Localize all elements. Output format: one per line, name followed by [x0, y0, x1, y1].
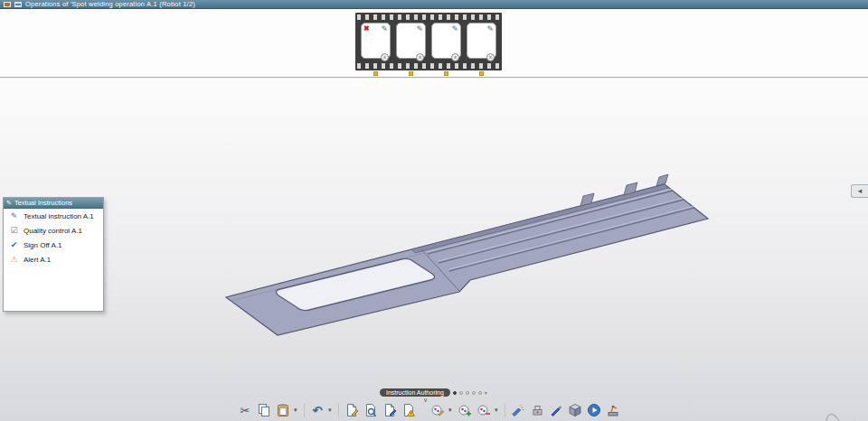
robot-tool-button[interactable]	[605, 402, 621, 418]
undo-dropdown-icon[interactable]: ▾	[328, 407, 334, 414]
toolbar-page-dot[interactable]	[478, 391, 482, 395]
undo-button[interactable]: ↶	[309, 402, 326, 418]
edit-icon: ✎	[486, 24, 494, 33]
instruction-alert-button[interactable]	[401, 402, 417, 418]
filmstrip-sprockets	[357, 14, 500, 20]
panel-item-textual-instruction[interactable]: ✎ Textual instruction A.1	[4, 209, 103, 223]
panel-item-label: Alert A.1	[24, 256, 51, 264]
application-window: Operations of 'Spot welding operation A.…	[0, 0, 868, 421]
weld-point-edit-button[interactable]	[429, 402, 446, 418]
right-edge-collapse-tab[interactable]: ◂	[851, 184, 868, 198]
remove-frame-button[interactable]: x	[486, 53, 495, 61]
view-manipulator-compass[interactable]	[807, 409, 863, 421]
window-icon	[4, 2, 11, 7]
textual-instructions-panel: ✎ Textual Instructions ✎ Textual instruc…	[3, 197, 104, 312]
weld-point-add-button[interactable]	[457, 402, 473, 418]
quality-control-icon: ☑	[9, 226, 19, 235]
remove-frame-button[interactable]: x	[416, 53, 424, 61]
frame-marker	[479, 71, 484, 76]
panel-title: Operations of 'Spot welding operation A.…	[25, 0, 195, 8]
3d-viewport[interactable]	[0, 79, 868, 421]
edit-icon: ✎	[381, 24, 388, 33]
cube-view-button[interactable]	[567, 402, 583, 418]
copy-button[interactable]	[256, 402, 272, 418]
toolbar-separator	[304, 404, 305, 417]
toolbar-section-label[interactable]: Instruction Authoring	[380, 388, 450, 397]
remove-frame-button[interactable]: x	[381, 53, 389, 61]
toolbar-page-dot[interactable]	[453, 391, 457, 395]
alert-icon: ⚠	[9, 255, 19, 264]
filmstrip-sprockets	[357, 63, 500, 69]
edit-icon: ✎	[416, 24, 423, 33]
panel-item-alert[interactable]: ⚠ Alert A.1	[4, 252, 103, 267]
toolbar-page-dot[interactable]	[466, 391, 469, 395]
weld-point-remove-button[interactable]	[476, 402, 492, 418]
spray-tool-button[interactable]	[510, 402, 526, 418]
edit-icon: ✎	[451, 24, 458, 33]
cut-button[interactable]: ✂	[237, 402, 253, 418]
toolbar-separator	[338, 404, 339, 417]
toolbar-section-bar: Instruction Authoring ▾	[380, 388, 487, 397]
operations-dock: ✖ ✎ ✎ ✎ ✎ x x x x	[0, 9, 868, 78]
sign-off-icon: ✔	[9, 240, 19, 249]
stamp-tool-button[interactable]	[529, 402, 545, 418]
paste-dropdown-icon[interactable]: ▾	[294, 407, 299, 414]
pen-tool-button[interactable]	[548, 402, 564, 418]
toolbar-page-dot[interactable]	[472, 391, 476, 395]
textual-instructions-icon: ✎	[6, 200, 12, 207]
panel-item-quality-control[interactable]: ☑ Quality control A.1	[4, 223, 103, 238]
panel-header[interactable]: ✎ Textual Instructions	[4, 198, 103, 209]
panel-item-sign-off[interactable]: ✔ Sign Off A.1	[4, 238, 103, 252]
operations-list-icon	[14, 2, 22, 7]
annotate-instruction-button[interactable]	[382, 402, 398, 418]
play-simulation-button[interactable]	[586, 402, 602, 418]
paste-button[interactable]	[275, 402, 291, 418]
weld-point-dropdown-icon[interactable]: ▾	[495, 407, 500, 414]
frame-marker	[373, 71, 378, 76]
more-sections-icon[interactable]: ▾	[485, 389, 487, 396]
textual-instruction-icon: ✎	[9, 211, 19, 220]
frame-marker	[409, 71, 413, 76]
panel-item-label: Quality control A.1	[24, 227, 82, 235]
toolbar-separator	[505, 404, 505, 417]
view-instruction-button[interactable]	[363, 402, 379, 418]
panel-title-bar[interactable]: Operations of 'Spot welding operation A.…	[0, 0, 868, 9]
panel-header-title: Textual Instructions	[14, 199, 72, 207]
action-bar: ✂ ▾ ↶ ▾	[237, 401, 621, 419]
frame-marker	[444, 71, 448, 76]
remove-frame-button[interactable]: x	[451, 53, 459, 61]
operations-filmstrip: ✖ ✎ ✎ ✎ ✎ x x x x	[355, 13, 502, 70]
toolbar-page-dot[interactable]	[459, 391, 463, 395]
edit-instruction-button[interactable]	[344, 402, 360, 418]
red-marker-icon: ✖	[363, 24, 370, 33]
part-3d-model[interactable]	[0, 79, 868, 421]
panel-item-label: Sign Off A.1	[24, 241, 62, 249]
panel-item-label: Textual instruction A.1	[24, 212, 94, 220]
weld-point-dropdown-icon[interactable]: ▾	[448, 407, 454, 414]
